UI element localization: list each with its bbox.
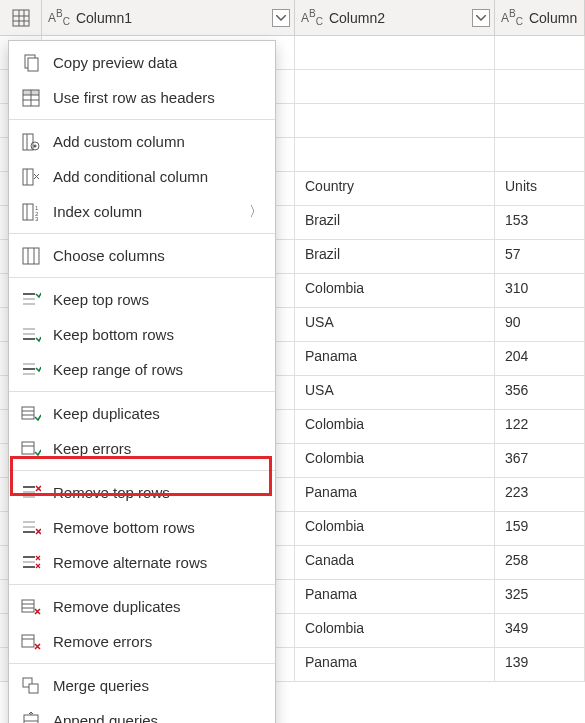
cell-col2[interactable]: Colombia <box>295 444 495 478</box>
keep-range-icon <box>21 362 41 378</box>
keep-bottom-icon <box>21 327 41 343</box>
text-type-icon: ABC <box>48 8 70 27</box>
column-header-2[interactable]: ABC Column2 <box>295 0 495 35</box>
cell-col2[interactable]: Panama <box>295 580 495 614</box>
cell-col2[interactable]: Panama <box>295 342 495 376</box>
menu-choose-columns[interactable]: Choose columns <box>9 238 275 273</box>
cell-col3[interactable]: 139 <box>495 648 585 682</box>
menu-keep-bottom-rows[interactable]: Keep bottom rows <box>9 317 275 352</box>
menu-keep-top-rows[interactable]: Keep top rows <box>9 282 275 317</box>
menu-label: Remove alternate rows <box>53 554 263 571</box>
column-header-3[interactable]: ABC Column <box>495 0 585 35</box>
cell-col2[interactable]: Colombia <box>295 614 495 648</box>
column-label: Column1 <box>76 10 132 26</box>
menu-append-queries[interactable]: Append queries <box>9 703 275 723</box>
menu-label: Keep duplicates <box>53 405 263 422</box>
menu-label: Keep top rows <box>53 291 263 308</box>
menu-merge-queries[interactable]: Merge queries <box>9 668 275 703</box>
cell-col3[interactable]: 159 <box>495 512 585 546</box>
menu-keep-duplicates[interactable]: Keep duplicates <box>9 396 275 431</box>
menu-use-first-row-as-headers[interactable]: Use first row as headers <box>9 80 275 115</box>
table-context-menu: Copy preview data Use first row as heade… <box>8 40 276 723</box>
menu-remove-duplicates[interactable]: Remove duplicates <box>9 589 275 624</box>
cell-col2[interactable]: USA <box>295 308 495 342</box>
index-column-icon: 123 <box>22 203 40 221</box>
menu-remove-errors[interactable]: Remove errors <box>9 624 275 659</box>
cell-col3[interactable]: 57 <box>495 240 585 274</box>
cell-col3[interactable]: 310 <box>495 274 585 308</box>
cell-col3[interactable]: 223 <box>495 478 585 512</box>
menu-index-column[interactable]: 123 Index column 〉 <box>9 194 275 229</box>
filter-dropdown[interactable] <box>272 9 290 27</box>
cell-col2[interactable]: Panama <box>295 478 495 512</box>
menu-separator <box>9 663 275 664</box>
cell-col3[interactable]: 367 <box>495 444 585 478</box>
cell-col3[interactable] <box>495 70 585 104</box>
cell-col2[interactable] <box>295 70 495 104</box>
menu-keep-errors[interactable]: Keep errors <box>9 431 275 466</box>
keep-errors-icon <box>21 441 41 457</box>
menu-separator <box>9 470 275 471</box>
cell-col3[interactable]: 356 <box>495 376 585 410</box>
add-column-gear-icon <box>22 133 40 151</box>
cell-col2[interactable]: Country <box>295 172 495 206</box>
cell-col3[interactable] <box>495 104 585 138</box>
text-type-icon: ABC <box>501 8 523 27</box>
svg-rect-38 <box>22 442 34 454</box>
menu-label: Index column <box>53 203 249 220</box>
menu-label: Remove top rows <box>53 484 263 501</box>
svg-rect-23 <box>23 248 39 264</box>
cell-col3[interactable]: 258 <box>495 546 585 580</box>
filter-dropdown[interactable] <box>472 9 490 27</box>
cell-col3[interactable]: 122 <box>495 410 585 444</box>
cell-col3[interactable]: 153 <box>495 206 585 240</box>
column-header-1[interactable]: ABC Column1 <box>42 0 295 35</box>
svg-point-15 <box>34 144 37 147</box>
menu-label: Keep errors <box>53 440 263 457</box>
cell-col2[interactable]: Panama <box>295 648 495 682</box>
cell-col2[interactable]: USA <box>295 376 495 410</box>
cell-col2[interactable]: Colombia <box>295 274 495 308</box>
cell-col3[interactable]: Units <box>495 172 585 206</box>
cell-col2[interactable] <box>295 138 495 172</box>
cell-col2[interactable] <box>295 104 495 138</box>
cell-col3[interactable]: 325 <box>495 580 585 614</box>
menu-add-custom-column[interactable]: Add custom column <box>9 124 275 159</box>
cell-col2[interactable]: Colombia <box>295 512 495 546</box>
cell-col3[interactable]: 90 <box>495 308 585 342</box>
text-type-icon: ABC <box>301 8 323 27</box>
keep-top-icon <box>21 292 41 308</box>
menu-label: Remove errors <box>53 633 263 650</box>
menu-separator <box>9 119 275 120</box>
menu-label: Keep bottom rows <box>53 326 263 343</box>
menu-keep-range-of-rows[interactable]: Keep range of rows <box>9 352 275 387</box>
menu-separator <box>9 233 275 234</box>
chevron-down-icon <box>476 15 486 21</box>
menu-add-conditional-column[interactable]: Add conditional column <box>9 159 275 194</box>
cell-col2[interactable] <box>295 36 495 70</box>
chevron-down-icon <box>276 15 286 21</box>
cell-col3[interactable]: 204 <box>495 342 585 376</box>
cell-col3[interactable] <box>495 138 585 172</box>
menu-remove-alternate-rows[interactable]: Remove alternate rows <box>9 545 275 580</box>
cell-col3[interactable]: 349 <box>495 614 585 648</box>
remove-errors-icon <box>21 634 41 650</box>
menu-separator <box>9 584 275 585</box>
menu-label: Remove duplicates <box>53 598 263 615</box>
menu-label: Copy preview data <box>53 54 263 71</box>
cell-col3[interactable] <box>495 36 585 70</box>
cell-col2[interactable]: Colombia <box>295 410 495 444</box>
table-corner-button[interactable] <box>0 0 42 35</box>
table-header: ABC Column1 ABC Column2 ABC Column <box>0 0 585 36</box>
chevron-right-icon: 〉 <box>249 203 263 221</box>
cell-col2[interactable]: Canada <box>295 546 495 580</box>
cell-col2[interactable]: Brazil <box>295 206 495 240</box>
menu-copy-preview-data[interactable]: Copy preview data <box>9 45 275 80</box>
merge-icon <box>22 677 40 695</box>
remove-duplicates-icon <box>21 599 41 615</box>
cell-col2[interactable]: Brazil <box>295 240 495 274</box>
menu-remove-bottom-rows[interactable]: Remove bottom rows <box>9 510 275 545</box>
choose-columns-icon <box>22 247 40 265</box>
headers-icon <box>22 89 40 107</box>
menu-remove-top-rows[interactable]: Remove top rows <box>9 475 275 510</box>
